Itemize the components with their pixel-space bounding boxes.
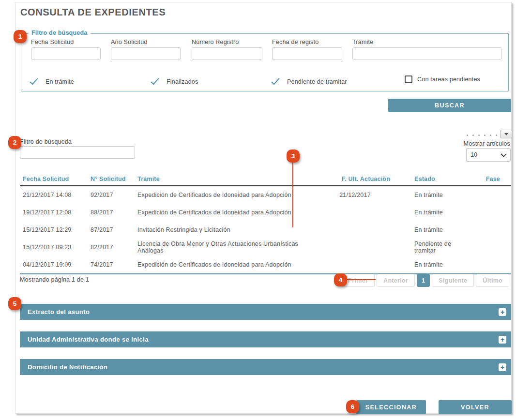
pagination-previous-button[interactable]: Anterior	[377, 274, 415, 287]
show-items-select[interactable]: 10	[466, 148, 511, 162]
fecha-registro-input[interactable]	[272, 47, 342, 60]
checkbox-label: Finalizados	[167, 78, 198, 85]
check-icon[interactable]	[149, 75, 162, 88]
table-header-row: Fecha Solicitud N° Solicitud Trámite F. …	[20, 172, 511, 186]
check-icon[interactable]	[28, 75, 41, 88]
numero-registro-input[interactable]	[192, 47, 262, 60]
list-filter-label: Filtro de búsqueda	[20, 138, 72, 145]
checkbox-label: Con tareas pendientes	[417, 76, 480, 83]
field-numero-registro: Número Registro	[192, 39, 262, 60]
checkbox-icon[interactable]	[405, 75, 412, 83]
check-icon[interactable]	[270, 75, 282, 88]
pagination-page-1-button[interactable]: 1	[417, 274, 430, 287]
col-header-fase[interactable]: Fase	[470, 176, 511, 182]
annotation-badge-6: 6	[346, 400, 359, 413]
col-header-num[interactable]: N° Solicitud	[91, 176, 137, 182]
plus-icon[interactable]: +	[499, 363, 506, 371]
field-label: Fecha Solicitud	[31, 39, 101, 45]
field-label: Fecha de registo	[272, 39, 342, 45]
annotation-badge-5: 5	[8, 297, 21, 310]
field-label: Año Solicitud	[111, 39, 181, 45]
field-fecha-registro: Fecha de registo	[272, 39, 342, 60]
results-table: Fecha Solicitud N° Solicitud Trámite F. …	[20, 172, 511, 274]
checkbox-en-tramite[interactable]: En trámite	[28, 75, 74, 88]
accordion-extracto-del-asunto[interactable]: Extracto del asunto +	[20, 304, 511, 320]
table-row[interactable]: 19/12/2017 12:08 88/2017 Expedición de C…	[20, 204, 511, 221]
field-tramite: Trámite	[352, 39, 501, 60]
table-row[interactable]: 04/12/2017 19:09 74/2017 Expedición de C…	[20, 256, 511, 273]
columns-dropdown-button[interactable]	[500, 130, 512, 138]
show-items-value: 10	[467, 151, 501, 158]
page-title: CONSULTA DE EXPEDIENTES	[20, 7, 166, 18]
annotation-badge-4: 4	[334, 273, 347, 286]
annotation-badge-2: 2	[8, 136, 21, 149]
col-header-estado[interactable]: Estado	[390, 176, 470, 182]
annotation-line-4	[346, 279, 376, 280]
table-body: 21/12/2017 14:08 92/2017 Expedición de C…	[20, 186, 511, 274]
annotation-badge-1: 1	[14, 30, 27, 43]
accordion-domicilio-notificacion[interactable]: Domicilio de Notificación +	[20, 359, 511, 375]
table-row[interactable]: 15/12/2017 09:23 82/2017 Licencia de Obr…	[20, 239, 511, 256]
main-panel: CONSULTA DE EXPEDIENTES Filtro de búsque…	[15, 2, 512, 414]
pagination-next-button[interactable]: Siguiente	[432, 274, 474, 287]
volver-button[interactable]: VOLVER	[439, 400, 512, 414]
triangle-down-icon	[504, 133, 508, 135]
seleccionar-button[interactable]: SELECCIONAR	[356, 400, 426, 414]
list-filter-input[interactable]	[20, 146, 135, 159]
fecha-solicitud-input[interactable]	[31, 47, 101, 60]
annotation-badge-3: 3	[287, 150, 300, 163]
checkbox-label: Pendiente de tramitar	[287, 78, 347, 85]
checkbox-label: En trámite	[46, 78, 74, 85]
table-row[interactable]: 21/12/2017 14:08 92/2017 Expedición de C…	[20, 186, 511, 204]
field-ano-solicitud: Año Solicitud	[111, 39, 181, 60]
col-header-actuacion[interactable]: F. Ult. Actuación	[320, 176, 390, 182]
plus-icon[interactable]: +	[499, 308, 506, 316]
buscar-button[interactable]: BUSCAR	[388, 99, 511, 112]
plus-icon[interactable]: +	[499, 336, 506, 344]
pagination-status: Mostrando página 1 de 1	[20, 276, 89, 283]
dots-decoration	[467, 135, 497, 136]
pagination: Primer Anterior 1 Siguiente Último	[341, 274, 509, 287]
checkbox-finalizados[interactable]: Finalizados	[149, 75, 198, 88]
field-label: Trámite	[352, 39, 501, 45]
accordion-unidad-administrativa[interactable]: Unidad Administrativa donde se inicia +	[20, 331, 511, 347]
checkbox-pendiente-tramitar[interactable]: Pendiente de tramitar	[270, 75, 347, 88]
col-header-fecha[interactable]: Fecha Solicitud	[20, 176, 91, 182]
annotation-line-3	[292, 161, 293, 227]
chevron-down-icon	[501, 151, 507, 157]
ano-solicitud-input[interactable]	[111, 47, 181, 60]
checkbox-con-tareas-pendientes[interactable]: Con tareas pendientes	[405, 75, 480, 83]
table-row[interactable]: 15/12/2017 12:29 87/2017 Invitación Rest…	[20, 221, 511, 239]
pagination-last-button[interactable]: Último	[476, 274, 509, 287]
fieldset-legend: Filtro de búsqueda	[28, 30, 91, 36]
search-filter-fieldset: Filtro de búsqueda Fecha Solicitud Año S…	[21, 33, 509, 91]
show-items-label: Mostrar artículos	[464, 140, 510, 147]
field-label: Número Registro	[192, 39, 262, 45]
field-fecha-solicitud: Fecha Solicitud	[31, 39, 101, 60]
tramite-input[interactable]	[352, 47, 501, 60]
consulta-expedientes-screen: CONSULTA DE EXPEDIENTES Filtro de búsque…	[0, 0, 516, 420]
